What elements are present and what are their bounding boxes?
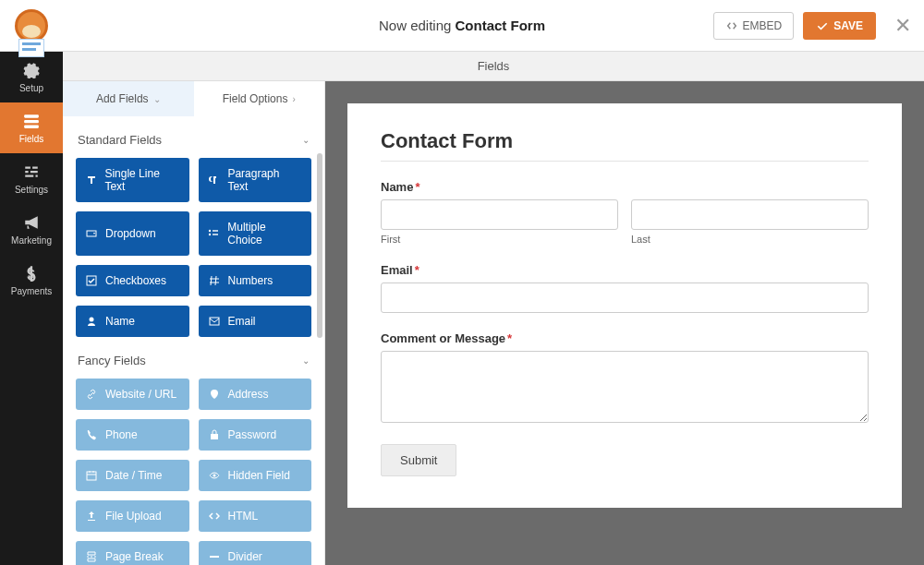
nav-label: Fields <box>19 134 44 144</box>
sublabel: Last <box>631 234 869 245</box>
field-label: Hidden Field <box>228 469 290 482</box>
comment-textarea[interactable] <box>381 351 869 423</box>
field-label: Email <box>228 315 256 328</box>
field-label: Single Line Text <box>104 167 179 193</box>
svg-rect-1 <box>24 120 39 123</box>
svg-rect-2 <box>24 126 39 128</box>
chevron-down-icon: ⌄ <box>302 355 310 366</box>
field-date-time[interactable]: Date / Time <box>76 460 189 491</box>
logo[interactable] <box>0 9 63 42</box>
list-icon <box>208 228 221 239</box>
form-field-email[interactable]: Email* <box>381 263 869 313</box>
group-fancy-header[interactable]: Fancy Fields ⌄ <box>76 337 311 379</box>
divider <box>381 161 869 162</box>
field-label: Phone <box>105 428 138 441</box>
field-label: Name <box>381 180 413 194</box>
field-label: Dropdown <box>105 227 156 240</box>
required-indicator: * <box>415 180 419 194</box>
pin-icon <box>208 389 221 400</box>
field-label: Page Break <box>105 550 164 563</box>
hash-icon <box>208 275 221 286</box>
svg-rect-11 <box>210 318 219 325</box>
scrollbar[interactable] <box>317 153 322 338</box>
field-name[interactable]: Name <box>76 306 189 337</box>
nav-setup[interactable]: Setup <box>0 52 63 102</box>
field-label: HTML <box>228 510 259 523</box>
eye-icon <box>208 470 221 481</box>
first-name-input[interactable] <box>381 199 618 230</box>
field-label: Numbers <box>228 274 274 287</box>
svg-rect-0 <box>24 114 39 117</box>
save-label: SAVE <box>833 19 863 32</box>
submit-label: Submit <box>400 453 437 467</box>
field-divider[interactable]: Divider <box>199 541 312 565</box>
field-phone[interactable]: Phone <box>76 419 189 451</box>
field-email[interactable]: Email <box>199 306 312 337</box>
upload-icon <box>85 511 98 522</box>
editing-label: Now editing Contact Form <box>379 18 545 33</box>
email-input[interactable] <box>381 282 869 313</box>
embed-button[interactable]: EMBED <box>713 12 795 40</box>
svg-point-10 <box>90 318 94 322</box>
dropdown-icon <box>85 228 98 239</box>
tab-field-options[interactable]: Field Options › <box>194 81 325 116</box>
close-button[interactable]: ✕ <box>885 14 911 38</box>
field-label: Multiple Choice <box>227 221 302 246</box>
embed-label: EMBED <box>743 19 783 32</box>
form-title: Contact Form <box>381 129 869 153</box>
nav-marketing[interactable]: Marketing <box>0 204 63 255</box>
chevron-down-icon: ⌄ <box>302 135 310 145</box>
svg-rect-12 <box>211 434 218 439</box>
submit-button[interactable]: Submit <box>381 444 456 476</box>
field-label: Paragraph Text <box>227 167 302 193</box>
field-hidden[interactable]: Hidden Field <box>199 460 312 491</box>
tab-label: Add Fields <box>96 92 149 105</box>
field-checkboxes[interactable]: Checkboxes <box>76 265 189 296</box>
group-standard-header[interactable]: Standard Fields ⌄ <box>76 116 311 158</box>
last-name-input[interactable] <box>631 199 869 230</box>
minus-icon <box>208 551 221 562</box>
field-multiple-choice[interactable]: Multiple Choice <box>199 211 312 256</box>
page-break-icon <box>85 551 98 562</box>
field-label: File Upload <box>105 510 162 523</box>
field-address[interactable]: Address <box>199 379 312 410</box>
field-password[interactable]: Password <box>199 419 312 451</box>
nav-settings[interactable]: Settings <box>0 153 63 204</box>
field-dropdown[interactable]: Dropdown <box>76 211 189 256</box>
nav-label: Settings <box>15 185 48 195</box>
field-label: Address <box>228 388 269 401</box>
nav-label: Marketing <box>11 235 52 246</box>
user-icon <box>85 316 98 327</box>
nav-fields[interactable]: Fields <box>0 102 63 153</box>
code-icon <box>725 20 738 31</box>
form-preview[interactable]: Contact Form Name* First Last <box>347 103 902 508</box>
field-label: Password <box>228 428 277 441</box>
tab-add-fields[interactable]: Add Fields ⌄ <box>63 81 194 116</box>
required-indicator: * <box>415 263 419 277</box>
field-label: Divider <box>228 550 262 563</box>
calendar-icon <box>85 470 98 481</box>
nav-label: Payments <box>11 286 52 296</box>
svg-rect-8 <box>213 234 218 234</box>
form-field-comment[interactable]: Comment or Message* <box>381 331 869 426</box>
field-numbers[interactable]: Numbers <box>199 265 312 296</box>
code-icon <box>208 511 221 522</box>
field-website-url[interactable]: Website / URL <box>76 379 189 410</box>
save-button[interactable]: SAVE <box>803 12 876 40</box>
field-file-upload[interactable]: File Upload <box>76 500 189 532</box>
svg-rect-6 <box>213 230 218 231</box>
svg-text:$: $ <box>28 267 35 281</box>
editing-prefix: Now editing <box>379 18 456 33</box>
paragraph-icon <box>208 174 221 186</box>
megaphone-icon <box>22 213 41 232</box>
nav-payments[interactable]: $ Payments <box>0 255 63 306</box>
field-paragraph-text[interactable]: Paragraph Text <box>199 158 312 202</box>
field-label: Date / Time <box>105 469 162 482</box>
svg-rect-15 <box>210 556 219 558</box>
field-page-break[interactable]: Page Break <box>76 541 189 565</box>
field-single-line-text[interactable]: Single Line Text <box>76 158 189 202</box>
form-field-name[interactable]: Name* First Last <box>381 180 869 245</box>
field-html[interactable]: HTML <box>199 500 312 532</box>
group-title: Fancy Fields <box>78 354 146 367</box>
gear-icon <box>22 61 41 79</box>
